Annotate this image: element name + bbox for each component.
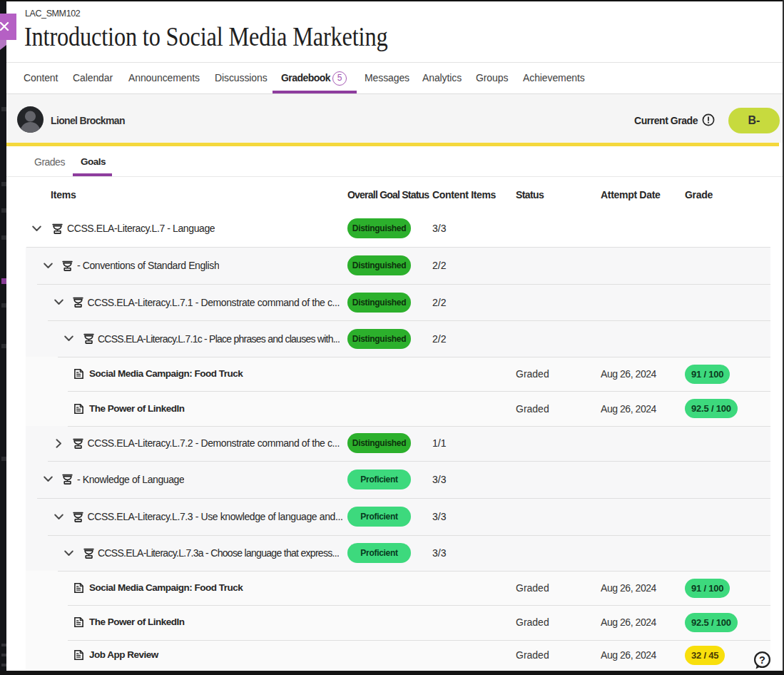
svg-text:?: ? [759, 654, 765, 666]
